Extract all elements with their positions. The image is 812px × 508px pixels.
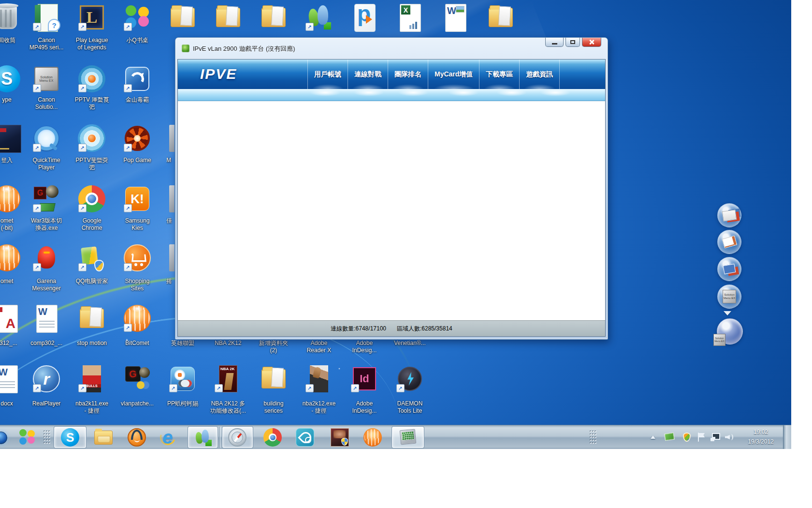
bitcomet-cut-icon[interactable] (0, 244, 20, 271)
msn-messenger-icon[interactable]: ↗ (305, 4, 333, 31)
nba2k11-shortcut-label: nba2k11.exe- 捷徑 (69, 400, 115, 415)
war3-version-switcher-icon[interactable]: ↗ (33, 185, 60, 212)
covered-icon-2-label: 佳 (166, 217, 175, 224)
bubble-print-document[interactable] (717, 230, 741, 254)
pptv-app-1-label: PPTV 厙蝥莨弝 (69, 96, 115, 111)
folder-4-icon[interactable] (487, 4, 514, 31)
ipve-vlan-icon[interactable] (399, 428, 417, 447)
windows-explorer-icon[interactable] (94, 428, 113, 447)
canon-solution-icon[interactable]: Solution Menu EX↗ (33, 65, 60, 92)
google-chrome-icon[interactable]: ↗ (78, 185, 105, 212)
window-titlebar[interactable]: IPvE vLan 2900 遊戲平台 (沒有回應) (175, 38, 608, 59)
shopping-sites-icon[interactable]: ↗ (124, 244, 151, 271)
pp-tool-label: PP蚔柯蚵賜 (160, 400, 206, 407)
app-window: IPvE vLan 2900 遊戲平台 (沒有回應) IPVE 用戶帳號連線對戰… (175, 37, 608, 340)
building-serices-icon[interactable] (260, 365, 287, 392)
quick-launch-grip-icon[interactable] (43, 430, 50, 445)
google-chrome-icon[interactable] (263, 428, 282, 447)
daemon-tools-lite-icon[interactable]: ↗ (396, 365, 423, 392)
pop-game-icon[interactable]: ↗ (124, 125, 151, 152)
start-orb-icon[interactable] (0, 432, 7, 444)
canon-mp495-icon[interactable]: ↗ (33, 4, 60, 31)
excel-document-icon[interactable] (396, 4, 423, 31)
taskbar: 19:02 19/3/2012 (0, 425, 791, 449)
realplayer-icon[interactable]: ↗ (33, 365, 60, 392)
minimize-button[interactable] (545, 38, 564, 47)
app-logo: IPVE (200, 66, 237, 82)
samsung-kies-icon[interactable]: ↗ (124, 185, 151, 212)
garena-messenger-label: GarenaMessenger (23, 278, 70, 292)
network-card-tray-icon[interactable] (664, 433, 675, 441)
music-player-icon[interactable] (128, 428, 146, 447)
tab-0[interactable]: 用戶帳號 (307, 60, 348, 89)
security-shield-tray-icon[interactable] (683, 433, 691, 442)
tab-5[interactable]: 遊戲資訊 (519, 60, 560, 89)
desktop: 回收筒ype登入omet(-bit)omet9312_...docx↗Canon… (0, 0, 791, 449)
tray-grip[interactable] (589, 430, 596, 445)
skype-icon[interactable] (61, 428, 79, 447)
folder-3-icon[interactable] (260, 4, 287, 31)
close-button[interactable] (582, 38, 601, 47)
maximize-button[interactable] (566, 38, 580, 47)
pdf-document-icon[interactable] (0, 305, 20, 332)
xiaoq-desk-icon[interactable] (18, 428, 36, 447)
nba2k12-shortcut-icon[interactable]: ↗ (305, 365, 333, 392)
shortcut-arrow-badge: ↗ (33, 204, 41, 212)
bubble-scan-photos[interactable] (717, 203, 741, 227)
kingsoft-antivirus-icon[interactable]: ↗ (124, 65, 151, 92)
login-shortcut-icon[interactable] (0, 125, 20, 152)
tab-2[interactable]: 團隊排名 (388, 60, 428, 89)
recycle-bin-icon[interactable] (0, 4, 20, 31)
qq-pc-manager-icon[interactable]: ↗ (78, 244, 105, 271)
word-document-icon[interactable] (442, 4, 469, 31)
nba2k12-trainer-icon[interactable]: ↗ (215, 365, 242, 392)
taskbar-separator (219, 427, 219, 448)
ttplayer-icon[interactable] (296, 428, 314, 447)
adobe-indesign-1-label: AdobeInDesig... (341, 340, 388, 354)
vlanpatcher-icon[interactable] (124, 365, 151, 392)
realplayer-label: RealPlayer (23, 400, 70, 407)
tab-3[interactable]: MyCard增值 (428, 60, 479, 89)
folder-2-icon[interactable] (215, 4, 242, 31)
bitcomet-icon[interactable] (363, 428, 382, 447)
pptv-app-2-icon[interactable]: ↗ (78, 125, 105, 152)
pptv-app-1-icon[interactable]: ↗ (78, 65, 105, 92)
folder-1-icon[interactable] (169, 4, 196, 31)
show-hidden-icons-chevron[interactable] (651, 435, 655, 439)
dock-collapse-arrow[interactable] (724, 311, 731, 315)
kingsoft-antivirus-label: 金山毒霸 (114, 96, 160, 104)
tab-4[interactable]: 下載專區 (479, 60, 519, 89)
pp-tool-icon[interactable]: ↗ (169, 365, 196, 392)
adobe-indesign-2-icon[interactable]: ↗ (351, 365, 378, 392)
garena-messenger-icon[interactable]: ↗ (33, 244, 60, 271)
quicktime-player-icon[interactable]: ↗ (33, 125, 60, 152)
bitcomet-icon[interactable]: ↗ (124, 305, 151, 332)
stop-motion-folder-icon[interactable] (78, 305, 105, 332)
pps-player-icon[interactable] (351, 4, 378, 31)
bitcomet-64bit-icon[interactable] (0, 185, 20, 212)
xiaoq-desk-icon[interactable]: ↗ (124, 4, 151, 31)
show-desktop-button[interactable] (783, 425, 791, 449)
tab-1[interactable]: 連線對戰 (348, 60, 388, 89)
samsung-kies-label: SamsungKies (114, 217, 160, 232)
bubble-solution-menu[interactable]: Solution Menu EX (717, 284, 741, 309)
safari-icon[interactable] (228, 428, 246, 447)
comp302-doc-icon[interactable] (33, 305, 60, 332)
building-serices-label: buildingserices (250, 400, 297, 415)
taskbar-clock[interactable]: 19:02 19/3/2012 (738, 427, 784, 447)
action-center-flag-icon[interactable] (697, 433, 705, 442)
network-status-icon[interactable] (710, 433, 720, 441)
clock-time: 19:02 (738, 427, 784, 437)
nba2k11-shortcut-icon[interactable]: ↗ (78, 365, 105, 392)
docx-document-icon[interactable] (0, 365, 20, 392)
bubble-launcher[interactable]: Solution Menu EX (717, 318, 743, 344)
skype-shortcut-icon[interactable] (0, 65, 20, 92)
shortcut-arrow-badge: ↗ (351, 384, 359, 392)
shortcut-arrow-badge: ↗ (305, 23, 314, 31)
volume-icon[interactable] (725, 433, 734, 441)
play-league-of-legends-icon[interactable]: ↗ (78, 4, 105, 31)
game-window-icon[interactable] (331, 428, 349, 447)
msn-messenger-icon[interactable] (194, 428, 212, 447)
internet-explorer-icon[interactable] (159, 428, 177, 447)
bubble-photo-print[interactable] (717, 257, 741, 281)
